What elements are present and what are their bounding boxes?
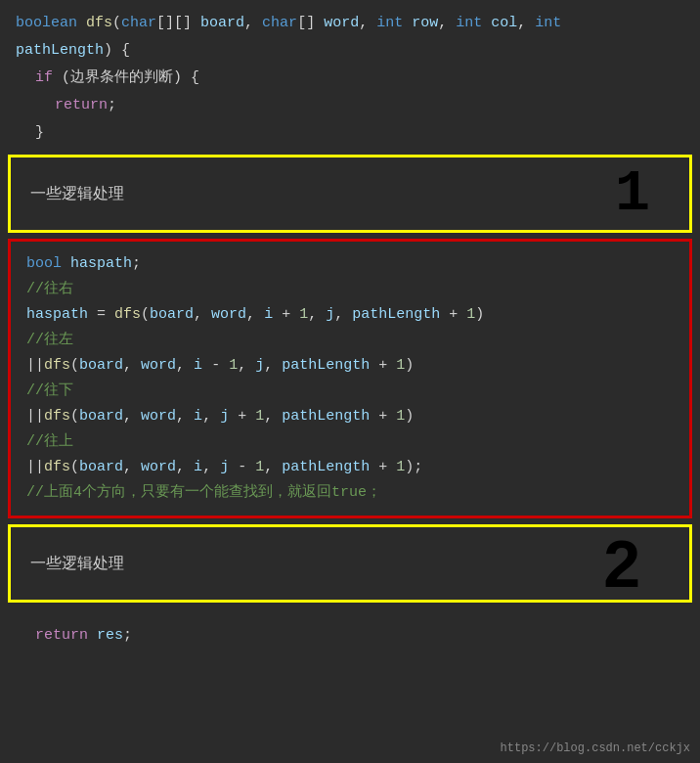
red-line-2: //往右 xyxy=(26,277,674,302)
code-line-5: } xyxy=(0,119,700,147)
red-line-8: //往上 xyxy=(26,429,674,455)
footer-line-1: return res; xyxy=(0,622,700,650)
red-line-9: ||dfs(board, word, i, j - 1, pathLength … xyxy=(26,455,674,480)
red-line-7: ||dfs(board, word, i, j + 1, pathLength … xyxy=(26,404,674,429)
kw-boolean: boolean xyxy=(16,12,86,35)
code-line-4: return; xyxy=(0,92,700,119)
red-line-5: ||dfs(board, word, i - 1, j, pathLength … xyxy=(26,353,674,379)
yellow-box-1-number: 1 xyxy=(615,164,650,223)
red-line-1: bool haspath; xyxy=(26,251,674,277)
code-line-3: if (边界条件的判断) { xyxy=(0,65,700,92)
yellow-box-1: 一些逻辑处理 1 xyxy=(8,155,692,233)
red-line-10: //上面4个方向，只要有一个能查找到，就返回true； xyxy=(26,480,674,506)
yellow-box-2-number: 2 xyxy=(603,530,640,597)
yellow-box-2: 一些逻辑处理 2 xyxy=(8,524,692,603)
code-editor: boolean dfs(char[][] board, char[] word,… xyxy=(0,0,700,763)
watermark: https://blog.csdn.net/cckjx xyxy=(501,741,690,755)
red-line-4: //往左 xyxy=(26,328,674,353)
code-line-2: pathLength) { xyxy=(0,37,700,65)
yellow-box-1-label: 一些逻辑处理 xyxy=(30,184,124,204)
code-line-1: boolean dfs(char[][] board, char[] word,… xyxy=(0,10,700,37)
header-code-section: boolean dfs(char[][] board, char[] word,… xyxy=(0,0,700,149)
fn-dfs: dfs xyxy=(86,12,112,35)
red-line-3: haspath = dfs(board, word, i + 1, j, pat… xyxy=(26,302,674,328)
footer-code-section: return res; xyxy=(0,608,700,655)
yellow-box-2-label: 一些逻辑处理 xyxy=(30,554,124,574)
red-line-6: //往下 xyxy=(26,379,674,404)
red-box: bool haspath; //往右 haspath = dfs(board, … xyxy=(8,239,692,518)
